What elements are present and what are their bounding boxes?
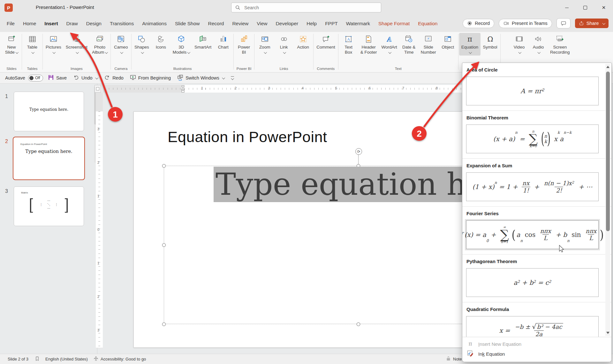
present-in-teams-button[interactable]: Present in Teams: [499, 19, 552, 28]
ribbon-button-shapes[interactable]: Shapes: [132, 33, 151, 56]
tab-shape-format[interactable]: Shape Format: [374, 15, 414, 32]
ribbon-button-equation[interactable]: πEquation: [459, 33, 481, 56]
ribbon-group-links: ZoomLinkActionLinks: [255, 32, 313, 72]
ribbon-button-screenshot[interactable]: Screenshot: [64, 33, 90, 56]
tab-animations[interactable]: Animations: [138, 15, 171, 32]
minimize-button[interactable]: [557, 0, 576, 15]
equation-item-quadratic-formula[interactable]: x = −b ± √b² − 4ac2a: [466, 316, 599, 337]
tab-fppt[interactable]: FPPT: [321, 15, 342, 32]
redo-button[interactable]: Redo: [102, 74, 125, 82]
tab-draw[interactable]: Draw: [62, 15, 82, 32]
slide-thumbnail-2[interactable]: Equation in PowerPointType equation here…: [13, 137, 85, 180]
save-button[interactable]: Save: [46, 74, 68, 82]
notes-button[interactable]: Notes: [446, 354, 464, 364]
scrollbar-thumb[interactable]: [606, 72, 610, 231]
ribbon-button-cameo[interactable]: PCameo: [111, 33, 131, 56]
resize-handle-bottom-center[interactable]: [357, 322, 360, 326]
ribbon-button-audio[interactable]: Audio: [529, 33, 548, 56]
equation-item-binomial-theorem[interactable]: (x + a)n = n∑k=0(nk) xkan−k: [466, 125, 599, 153]
ribbon-button-pictures[interactable]: Pictures: [43, 33, 64, 56]
search-box[interactable]: [231, 3, 381, 12]
maximize-button[interactable]: [576, 0, 594, 15]
ribbon-button-3d-models[interactable]: 3DModels: [170, 33, 192, 56]
tab-transitions[interactable]: Transitions: [106, 15, 138, 32]
ink-equation-icon: [467, 350, 474, 358]
ribbon-button-table[interactable]: Table: [23, 33, 42, 56]
share-icon: [579, 21, 584, 26]
ribbon-button-wordart[interactable]: AWordArt: [379, 33, 399, 56]
tab-design[interactable]: Design: [82, 15, 106, 32]
slide-thumbnail-3[interactable]: Matrix[⋯⋮⋱⋮⋯]: [14, 186, 84, 226]
svg-text:A: A: [347, 37, 350, 42]
ribbon-button-action[interactable]: Action: [293, 33, 313, 50]
ribbon-button-comment[interactable]: Comment: [314, 33, 337, 50]
group-separator: [458, 34, 458, 70]
record-button[interactable]: Record: [463, 19, 494, 28]
autosave-toggle[interactable]: Off: [28, 75, 43, 81]
slide-thumbnail-1[interactable]: Type equation here.: [14, 92, 84, 131]
tab-review[interactable]: Review: [228, 15, 253, 32]
ribbon-button-symbol[interactable]: ΩSymbol: [481, 33, 500, 50]
tab-developer[interactable]: Developer: [272, 15, 303, 32]
tab-home[interactable]: Home: [19, 15, 40, 32]
tab-equation[interactable]: Equation: [414, 15, 442, 32]
tab-insert[interactable]: Insert: [40, 15, 62, 32]
wordart-icon: A: [384, 34, 394, 44]
slide-canvas[interactable]: Equation in PowerPoint ⟳ Type equation h…: [133, 111, 485, 348]
vertical-ruler: 3210123: [96, 93, 103, 348]
comments-button[interactable]: [556, 18, 571, 28]
scroll-down-icon[interactable]: [606, 332, 609, 334]
ribbon-button-object[interactable]: Object: [438, 33, 458, 50]
ribbon-button-chart[interactable]: Chart: [214, 33, 233, 50]
slide-thumbnail-panel: 1Type equation here.2Equation in PowerPo…: [0, 84, 97, 354]
ribbon-button-smartart[interactable]: SmartArt: [192, 33, 214, 50]
menu-item-ink-equation[interactable]: Ink Equation: [462, 349, 611, 359]
from-beginning-button[interactable]: From Beginning: [128, 74, 172, 82]
customize-qat-button[interactable]: [231, 76, 234, 80]
rotate-handle[interactable]: ⟳: [355, 148, 362, 155]
ribbon-button-new-slide[interactable]: NewSlide: [2, 33, 21, 56]
tab-help[interactable]: Help: [302, 15, 321, 32]
undo-button[interactable]: Undo: [71, 74, 99, 82]
equation-item-fourier-series[interactable]: f (x) = a0 + ∞∑n=1(an cos nπxL + bn sin …: [466, 220, 599, 249]
resize-handle-bottom-left[interactable]: [162, 322, 166, 326]
indent-markers-icon[interactable]: [180, 86, 185, 93]
ribbon-button-header-footer[interactable]: Header& Footer: [358, 33, 379, 56]
ribbon-button-video[interactable]: Video: [510, 33, 529, 56]
equation-item-area-of-circle[interactable]: A = πr2: [466, 77, 599, 105]
switch-windows-button[interactable]: Switch Windows: [175, 74, 226, 82]
share-button[interactable]: Share: [575, 19, 609, 28]
accessibility-button[interactable]: Accessibility: Good to go: [93, 354, 146, 364]
resize-handle-top-left[interactable]: [162, 164, 166, 168]
equation-item-expansion-of-a-sum[interactable]: (1 + x)n = 1 + nx1! + n(n − 1)x22! + ⋯: [466, 172, 599, 201]
language-button[interactable]: English (United States): [45, 354, 88, 364]
ribbon-button-zoom[interactable]: Zoom: [255, 33, 274, 56]
tab-watermark[interactable]: Watermark: [342, 15, 374, 32]
tab-file[interactable]: File: [3, 15, 19, 32]
ribbon-button-screen-recording[interactable]: ScreenRecording: [548, 33, 572, 56]
tab-record[interactable]: Record: [204, 15, 228, 32]
equation-item-pythagorean-theorem[interactable]: a2 + b2 = c2: [466, 268, 599, 297]
scroll-up-icon[interactable]: [606, 66, 609, 68]
close-button[interactable]: ✕: [594, 0, 613, 15]
ribbon-button-icons[interactable]: Icons: [151, 33, 170, 50]
ribbon-button-power-bi[interactable]: PowerBI: [234, 33, 254, 56]
tab-slide-show[interactable]: Slide Show: [171, 15, 204, 32]
chevron-down-icon: [264, 51, 267, 54]
ribbon-button-slide-number[interactable]: #SlideNumber: [419, 33, 438, 56]
spell-check-button[interactable]: [34, 354, 40, 364]
ribbon-button-label: NewSlide: [5, 45, 18, 55]
tab-view[interactable]: View: [253, 15, 271, 32]
ribbon-button-label: PowerBI: [238, 45, 250, 55]
ribbon-button-date-time[interactable]: Date &Time: [399, 33, 419, 56]
panel-scrollbar[interactable]: [605, 64, 610, 336]
slide-title-text[interactable]: Equation in PowerPoint: [168, 128, 327, 146]
ribbon-button-label: WordArt: [381, 45, 397, 55]
search-input[interactable]: [244, 5, 377, 11]
resize-handle-mid-left[interactable]: [162, 243, 166, 247]
ribbon-button-text-box[interactable]: ATextBox: [339, 33, 358, 56]
equation-placeholder-text[interactable]: Type equation here.: [214, 167, 485, 202]
ribbon-button-photo-album[interactable]: PhotoAlbum: [90, 33, 110, 56]
ribbon-button-link[interactable]: Link: [274, 33, 293, 56]
tab-row-actions: Record Present in Teams Share: [463, 18, 609, 28]
